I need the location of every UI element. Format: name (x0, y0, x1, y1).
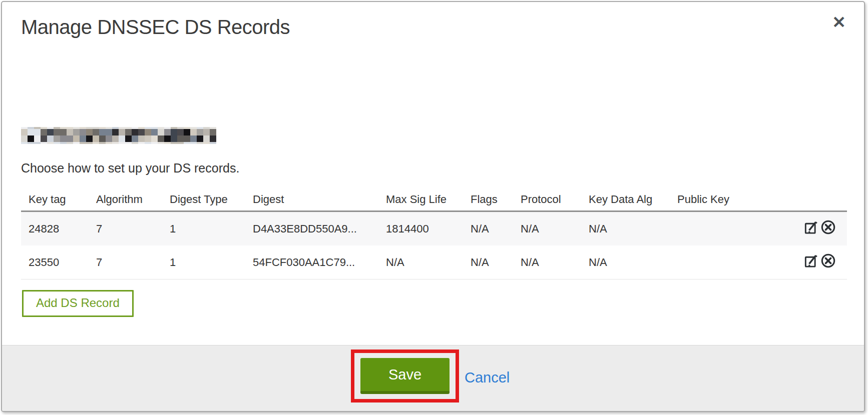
table-row: 2482871D4A33E8DD550A9...1814400N/AN/AN/A (21, 212, 847, 246)
save-button[interactable]: Save (360, 358, 450, 394)
cell-digest-type: 1 (162, 256, 245, 269)
manage-dnssec-dialog: Manage DNSSEC DS Records ✕ Choose how to… (1, 1, 865, 412)
table-row: 235507154FCF030AA1C79...N/AN/AN/AN/A (21, 246, 847, 280)
cell-max-sig-life: 1814400 (378, 222, 463, 236)
cell-key-data-alg: N/A (581, 222, 670, 236)
ds-records-table: Key tagAlgorithmDigest TypeDigestMax Sig… (21, 188, 847, 280)
cell-key-data-alg: N/A (581, 256, 670, 269)
edit-icon[interactable] (804, 220, 819, 238)
intro-text: Choose how to set up your DS records. (21, 161, 239, 176)
close-icon[interactable]: ✕ (831, 13, 847, 32)
table-header-row: Key tagAlgorithmDigest TypeDigestMax Sig… (21, 188, 847, 210)
cell-flags: N/A (463, 256, 513, 269)
cell-key-tag: 23550 (21, 256, 89, 269)
page-title: Manage DNSSEC DS Records (21, 16, 290, 38)
delete-icon[interactable] (820, 253, 836, 272)
annotation-highlight-red-box: Save (351, 350, 459, 402)
mosaic-row (21, 142, 216, 144)
column-header: Max Sig Life (378, 193, 463, 206)
column-header: Flags (463, 193, 513, 206)
row-actions (777, 220, 847, 238)
table-body: 2482871D4A33E8DD550A9...1814400N/AN/AN/A… (21, 210, 847, 280)
cell-digest-type: 1 (162, 222, 245, 236)
column-header: Public Key (670, 193, 777, 206)
cell-max-sig-life: N/A (378, 256, 463, 269)
cancel-link[interactable]: Cancel (465, 370, 510, 386)
column-header: Digest Type (162, 193, 245, 206)
delete-icon[interactable] (820, 220, 836, 238)
row-actions (777, 253, 847, 272)
mosaic-row (21, 129, 216, 136)
redacted-domain-name (21, 127, 216, 144)
add-ds-record-button[interactable]: Add DS Record (22, 290, 134, 317)
cell-algorithm: 7 (89, 256, 162, 269)
cell-key-tag: 24828 (21, 222, 89, 236)
cell-protocol: N/A (513, 256, 581, 269)
column-header: Protocol (513, 193, 581, 206)
column-header: Digest (245, 193, 378, 206)
column-header: Key Data Alg (581, 193, 670, 206)
cell-protocol: N/A (513, 222, 581, 236)
column-header: Algorithm (89, 193, 162, 206)
cell-algorithm: 7 (89, 222, 162, 236)
dialog-footer: Save Cancel (2, 345, 864, 411)
mosaic-row (21, 136, 216, 142)
column-header: Key tag (21, 193, 89, 206)
cell-digest: D4A33E8DD550A9... (245, 222, 378, 236)
cell-flags: N/A (463, 222, 513, 236)
cell-digest: 54FCF030AA1C79... (245, 256, 378, 269)
edit-icon[interactable] (804, 253, 819, 272)
